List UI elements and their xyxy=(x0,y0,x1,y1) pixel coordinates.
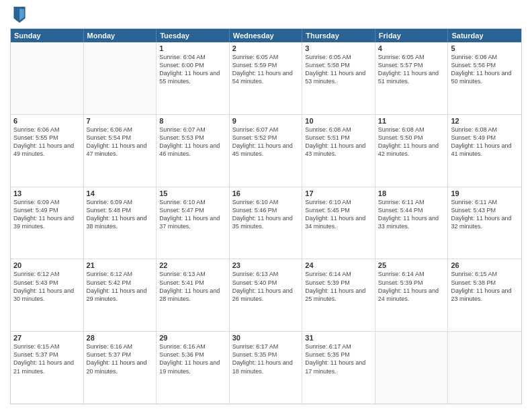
calendar-cell xyxy=(375,332,449,404)
day-number: 8 xyxy=(159,117,226,125)
daylight-text: Daylight: 11 hours and 24 minutes. xyxy=(378,287,445,303)
calendar-header-cell: Friday xyxy=(375,29,449,42)
calendar-cell: 28 Sunrise: 6:16 AM Sunset: 5:37 PM Dayl… xyxy=(84,332,157,404)
daylight-text: Daylight: 11 hours and 33 minutes. xyxy=(378,214,445,230)
daylight-text: Daylight: 11 hours and 21 minutes. xyxy=(13,359,81,375)
calendar-cell: 5 Sunrise: 6:06 AM Sunset: 5:56 PM Dayli… xyxy=(448,42,521,114)
sunrise-text: Sunrise: 6:07 AM xyxy=(232,126,300,134)
sunrise-text: Sunrise: 6:17 AM xyxy=(232,342,300,351)
sunset-text: Sunset: 5:47 PM xyxy=(159,206,226,214)
day-number: 26 xyxy=(451,261,519,269)
day-number: 24 xyxy=(305,261,372,269)
calendar-week: 1 Sunrise: 6:04 AM Sunset: 6:00 PM Dayli… xyxy=(11,42,521,115)
calendar-cell: 27 Sunrise: 6:15 AM Sunset: 5:37 PM Dayl… xyxy=(11,332,84,404)
calendar-cell: 30 Sunrise: 6:17 AM Sunset: 5:35 PM Dayl… xyxy=(230,332,303,404)
day-number: 12 xyxy=(451,117,519,125)
calendar-cell: 19 Sunrise: 6:11 AM Sunset: 5:43 PM Dayl… xyxy=(448,187,521,259)
calendar-cell: 12 Sunrise: 6:08 AM Sunset: 5:49 PM Dayl… xyxy=(448,115,521,187)
calendar-cell: 21 Sunrise: 6:12 AM Sunset: 5:42 PM Dayl… xyxy=(84,259,157,331)
day-number: 27 xyxy=(13,334,81,342)
day-number: 17 xyxy=(305,189,372,197)
sunrise-text: Sunrise: 6:07 AM xyxy=(159,126,226,134)
calendar-week: 6 Sunrise: 6:06 AM Sunset: 5:55 PM Dayli… xyxy=(11,115,521,187)
daylight-text: Daylight: 11 hours and 37 minutes. xyxy=(159,214,226,230)
sunset-text: Sunset: 5:52 PM xyxy=(232,134,300,142)
sunset-text: Sunset: 5:56 PM xyxy=(451,61,519,69)
day-number: 2 xyxy=(232,44,300,52)
calendar-cell: 15 Sunrise: 6:10 AM Sunset: 5:47 PM Dayl… xyxy=(157,187,230,259)
daylight-text: Daylight: 11 hours and 38 minutes. xyxy=(87,214,154,230)
daylight-text: Daylight: 11 hours and 18 minutes. xyxy=(232,359,300,375)
sunset-text: Sunset: 5:48 PM xyxy=(87,206,154,214)
day-number: 14 xyxy=(87,189,154,197)
calendar-cell xyxy=(84,42,157,114)
day-number: 11 xyxy=(378,117,445,125)
day-number: 3 xyxy=(305,44,372,52)
day-number: 6 xyxy=(13,117,81,125)
daylight-text: Daylight: 11 hours and 28 minutes. xyxy=(159,287,226,303)
sunset-text: Sunset: 5:43 PM xyxy=(451,206,519,214)
sunset-text: Sunset: 5:49 PM xyxy=(451,134,519,142)
sunrise-text: Sunrise: 6:10 AM xyxy=(159,198,226,206)
header xyxy=(10,7,522,23)
sunset-text: Sunset: 5:44 PM xyxy=(378,206,445,214)
daylight-text: Daylight: 11 hours and 45 minutes. xyxy=(232,142,300,158)
calendar-header-cell: Thursday xyxy=(302,29,375,42)
sunrise-text: Sunrise: 6:05 AM xyxy=(232,53,300,61)
calendar-cell: 11 Sunrise: 6:08 AM Sunset: 5:50 PM Dayl… xyxy=(375,115,449,187)
sunset-text: Sunset: 5:53 PM xyxy=(159,134,226,142)
sunrise-text: Sunrise: 6:08 AM xyxy=(378,126,445,134)
day-number: 15 xyxy=(159,189,226,197)
logo xyxy=(10,7,26,23)
sunrise-text: Sunrise: 6:14 AM xyxy=(378,270,445,278)
daylight-text: Daylight: 11 hours and 30 minutes. xyxy=(13,287,81,303)
daylight-text: Daylight: 11 hours and 50 minutes. xyxy=(451,69,519,85)
day-number: 5 xyxy=(451,44,519,52)
sunrise-text: Sunrise: 6:12 AM xyxy=(13,270,81,278)
sunrise-text: Sunrise: 6:08 AM xyxy=(451,126,519,134)
calendar-cell: 10 Sunrise: 6:08 AM Sunset: 5:51 PM Dayl… xyxy=(302,115,375,187)
calendar-week: 13 Sunrise: 6:09 AM Sunset: 5:49 PM Dayl… xyxy=(11,187,521,260)
sunrise-text: Sunrise: 6:06 AM xyxy=(87,126,154,134)
daylight-text: Daylight: 11 hours and 32 minutes. xyxy=(451,214,519,230)
daylight-text: Daylight: 11 hours and 20 minutes. xyxy=(87,359,154,375)
calendar-cell: 29 Sunrise: 6:16 AM Sunset: 5:36 PM Dayl… xyxy=(157,332,230,404)
calendar-header-cell: Monday xyxy=(84,29,157,42)
sunrise-text: Sunrise: 6:11 AM xyxy=(451,198,519,206)
calendar-cell: 18 Sunrise: 6:11 AM Sunset: 5:44 PM Dayl… xyxy=(375,187,449,259)
sunrise-text: Sunrise: 6:05 AM xyxy=(305,53,372,61)
sunset-text: Sunset: 5:43 PM xyxy=(13,279,81,287)
day-number: 31 xyxy=(305,334,372,342)
daylight-text: Daylight: 11 hours and 43 minutes. xyxy=(305,142,372,158)
sunrise-text: Sunrise: 6:14 AM xyxy=(305,270,372,278)
daylight-text: Daylight: 11 hours and 26 minutes. xyxy=(232,287,300,303)
calendar-week: 27 Sunrise: 6:15 AM Sunset: 5:37 PM Dayl… xyxy=(11,332,521,404)
sunset-text: Sunset: 5:51 PM xyxy=(305,134,372,142)
sunset-text: Sunset: 5:39 PM xyxy=(378,279,445,287)
day-number: 10 xyxy=(305,117,372,125)
calendar-cell: 17 Sunrise: 6:10 AM Sunset: 5:45 PM Dayl… xyxy=(302,187,375,259)
daylight-text: Daylight: 11 hours and 55 minutes. xyxy=(159,69,226,85)
calendar-cell: 9 Sunrise: 6:07 AM Sunset: 5:52 PM Dayli… xyxy=(230,115,303,187)
sunset-text: Sunset: 5:58 PM xyxy=(305,61,372,69)
calendar-week: 20 Sunrise: 6:12 AM Sunset: 5:43 PM Dayl… xyxy=(11,259,521,332)
calendar-cell: 6 Sunrise: 6:06 AM Sunset: 5:55 PM Dayli… xyxy=(11,115,84,187)
sunset-text: Sunset: 5:49 PM xyxy=(13,206,81,214)
daylight-text: Daylight: 11 hours and 35 minutes. xyxy=(232,214,300,230)
calendar-header-cell: Wednesday xyxy=(230,29,303,42)
day-number: 13 xyxy=(13,189,81,197)
sunrise-text: Sunrise: 6:11 AM xyxy=(378,198,445,206)
sunrise-text: Sunrise: 6:17 AM xyxy=(305,342,372,351)
sunset-text: Sunset: 5:36 PM xyxy=(159,351,226,359)
sunrise-text: Sunrise: 6:16 AM xyxy=(159,342,226,351)
calendar-cell: 25 Sunrise: 6:14 AM Sunset: 5:39 PM Dayl… xyxy=(375,259,449,331)
daylight-text: Daylight: 11 hours and 17 minutes. xyxy=(305,359,372,375)
day-number: 9 xyxy=(232,117,300,125)
day-number: 21 xyxy=(87,261,154,269)
sunset-text: Sunset: 5:37 PM xyxy=(13,351,81,359)
daylight-text: Daylight: 11 hours and 53 minutes. xyxy=(305,69,372,85)
day-number: 22 xyxy=(159,261,226,269)
sunrise-text: Sunrise: 6:06 AM xyxy=(13,126,81,134)
calendar-cell: 23 Sunrise: 6:13 AM Sunset: 5:40 PM Dayl… xyxy=(230,259,303,331)
sunset-text: Sunset: 5:59 PM xyxy=(232,61,300,69)
